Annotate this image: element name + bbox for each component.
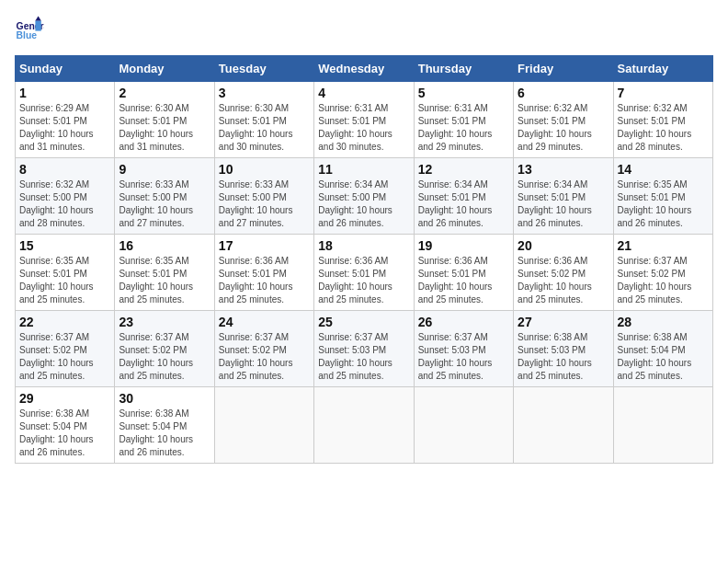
day-info: Sunrise: 6:35 AM Sunset: 5:01 PM Dayligh…: [119, 255, 210, 306]
header: General Blue: [15, 15, 713, 44]
day-info: Sunrise: 6:32 AM Sunset: 5:00 PM Dayligh…: [19, 178, 110, 230]
svg-marker-3: [35, 17, 40, 21]
day-number: 22: [19, 315, 110, 329]
day-number: 8: [19, 162, 110, 177]
page-container: General Blue SundayMondayTuesdayWednesda…: [15, 15, 713, 464]
svg-marker-2: [35, 20, 40, 30]
weekday-header-wednesday: Wednesday: [314, 56, 414, 82]
calendar-cell: 29 Sunrise: 6:38 AM Sunset: 5:04 PM Dayl…: [16, 387, 115, 464]
calendar-cell: 17 Sunrise: 6:36 AM Sunset: 5:01 PM Dayl…: [214, 235, 313, 311]
day-info: Sunrise: 6:38 AM Sunset: 5:04 PM Dayligh…: [19, 408, 110, 459]
day-number: 13: [518, 162, 609, 177]
day-info: Sunrise: 6:36 AM Sunset: 5:01 PM Dayligh…: [418, 255, 509, 306]
calendar-cell: 24 Sunrise: 6:37 AM Sunset: 5:02 PM Dayl…: [214, 311, 313, 387]
calendar-cell: 26 Sunrise: 6:37 AM Sunset: 5:03 PM Dayl…: [414, 311, 513, 387]
day-info: Sunrise: 6:38 AM Sunset: 5:04 PM Dayligh…: [618, 331, 709, 383]
day-info: Sunrise: 6:29 AM Sunset: 5:01 PM Dayligh…: [19, 102, 110, 154]
day-info: Sunrise: 6:37 AM Sunset: 5:02 PM Dayligh…: [119, 331, 210, 383]
day-number: 16: [119, 238, 210, 253]
day-info: Sunrise: 6:37 AM Sunset: 5:03 PM Dayligh…: [418, 331, 509, 383]
calendar-cell: 11 Sunrise: 6:34 AM Sunset: 5:00 PM Dayl…: [314, 158, 414, 235]
day-number: 12: [418, 162, 509, 177]
day-info: Sunrise: 6:34 AM Sunset: 5:01 PM Dayligh…: [518, 178, 609, 230]
calendar-cell: 13 Sunrise: 6:34 AM Sunset: 5:01 PM Dayl…: [514, 158, 613, 235]
calendar-cell: [613, 387, 712, 464]
day-number: 3: [219, 86, 310, 100]
calendar-cell: 7 Sunrise: 6:32 AM Sunset: 5:01 PM Dayli…: [613, 82, 712, 158]
day-info: Sunrise: 6:31 AM Sunset: 5:01 PM Dayligh…: [418, 102, 509, 154]
day-info: Sunrise: 6:38 AM Sunset: 5:04 PM Dayligh…: [119, 408, 210, 459]
logo: General Blue: [15, 15, 48, 44]
calendar-cell: 25 Sunrise: 6:37 AM Sunset: 5:03 PM Dayl…: [314, 311, 414, 387]
calendar-cell: 21 Sunrise: 6:37 AM Sunset: 5:02 PM Dayl…: [613, 235, 712, 311]
day-number: 21: [618, 238, 709, 253]
day-info: Sunrise: 6:32 AM Sunset: 5:01 PM Dayligh…: [618, 102, 709, 154]
calendar-cell: [214, 387, 313, 464]
day-info: Sunrise: 6:34 AM Sunset: 5:00 PM Dayligh…: [318, 178, 409, 230]
day-number: 24: [219, 315, 310, 329]
weekday-header-saturday: Saturday: [613, 56, 712, 82]
calendar-cell: 4 Sunrise: 6:31 AM Sunset: 5:01 PM Dayli…: [314, 82, 414, 158]
day-info: Sunrise: 6:35 AM Sunset: 5:01 PM Dayligh…: [618, 178, 709, 230]
day-number: 1: [19, 86, 110, 100]
day-number: 30: [119, 391, 210, 406]
weekday-header-row: SundayMondayTuesdayWednesdayThursdayFrid…: [16, 56, 713, 82]
day-info: Sunrise: 6:34 AM Sunset: 5:01 PM Dayligh…: [418, 178, 509, 230]
day-info: Sunrise: 6:36 AM Sunset: 5:02 PM Dayligh…: [518, 255, 609, 306]
day-number: 15: [19, 238, 110, 253]
weekday-header-thursday: Thursday: [414, 56, 513, 82]
calendar-cell: 6 Sunrise: 6:32 AM Sunset: 5:01 PM Dayli…: [514, 82, 613, 158]
calendar-cell: 8 Sunrise: 6:32 AM Sunset: 5:00 PM Dayli…: [16, 158, 115, 235]
logo-icon: General Blue: [15, 15, 44, 44]
day-number: 9: [119, 162, 210, 177]
day-info: Sunrise: 6:37 AM Sunset: 5:02 PM Dayligh…: [219, 331, 310, 383]
day-number: 27: [518, 315, 609, 329]
day-info: Sunrise: 6:37 AM Sunset: 5:02 PM Dayligh…: [618, 255, 709, 306]
day-info: Sunrise: 6:31 AM Sunset: 5:01 PM Dayligh…: [318, 102, 409, 154]
calendar-cell: 22 Sunrise: 6:37 AM Sunset: 5:02 PM Dayl…: [16, 311, 115, 387]
calendar-cell: 10 Sunrise: 6:33 AM Sunset: 5:00 PM Dayl…: [214, 158, 313, 235]
day-number: 23: [119, 315, 210, 329]
day-number: 29: [19, 391, 110, 406]
day-number: 14: [618, 162, 709, 177]
day-number: 17: [219, 238, 310, 253]
calendar-cell: 12 Sunrise: 6:34 AM Sunset: 5:01 PM Dayl…: [414, 158, 513, 235]
day-info: Sunrise: 6:30 AM Sunset: 5:01 PM Dayligh…: [219, 102, 310, 154]
day-number: 19: [418, 238, 509, 253]
calendar-cell: [414, 387, 513, 464]
day-number: 26: [418, 315, 509, 329]
day-info: Sunrise: 6:32 AM Sunset: 5:01 PM Dayligh…: [518, 102, 609, 154]
day-info: Sunrise: 6:36 AM Sunset: 5:01 PM Dayligh…: [219, 255, 310, 306]
day-number: 10: [219, 162, 310, 177]
day-info: Sunrise: 6:33 AM Sunset: 5:00 PM Dayligh…: [219, 178, 310, 230]
calendar-cell: 20 Sunrise: 6:36 AM Sunset: 5:02 PM Dayl…: [514, 235, 613, 311]
calendar-cell: 30 Sunrise: 6:38 AM Sunset: 5:04 PM Dayl…: [115, 387, 214, 464]
day-number: 7: [618, 86, 709, 100]
calendar-cell: 9 Sunrise: 6:33 AM Sunset: 5:00 PM Dayli…: [115, 158, 214, 235]
day-info: Sunrise: 6:30 AM Sunset: 5:01 PM Dayligh…: [119, 102, 210, 154]
week-row-5: 29 Sunrise: 6:38 AM Sunset: 5:04 PM Dayl…: [16, 387, 713, 464]
day-number: 4: [318, 86, 409, 100]
day-number: 18: [318, 238, 409, 253]
day-number: 25: [318, 315, 409, 329]
weekday-header-monday: Monday: [115, 56, 214, 82]
calendar-cell: 23 Sunrise: 6:37 AM Sunset: 5:02 PM Dayl…: [115, 311, 214, 387]
day-number: 28: [618, 315, 709, 329]
day-number: 6: [518, 86, 609, 100]
week-row-4: 22 Sunrise: 6:37 AM Sunset: 5:02 PM Dayl…: [16, 311, 713, 387]
svg-text:Blue: Blue: [17, 30, 38, 40]
calendar-cell: 2 Sunrise: 6:30 AM Sunset: 5:01 PM Dayli…: [115, 82, 214, 158]
weekday-header-tuesday: Tuesday: [214, 56, 313, 82]
calendar-cell: 3 Sunrise: 6:30 AM Sunset: 5:01 PM Dayli…: [214, 82, 313, 158]
calendar-cell: 14 Sunrise: 6:35 AM Sunset: 5:01 PM Dayl…: [613, 158, 712, 235]
calendar-cell: [314, 387, 414, 464]
day-number: 2: [119, 86, 210, 100]
calendar-cell: 5 Sunrise: 6:31 AM Sunset: 5:01 PM Dayli…: [414, 82, 513, 158]
day-info: Sunrise: 6:36 AM Sunset: 5:01 PM Dayligh…: [318, 255, 409, 306]
calendar-cell: 18 Sunrise: 6:36 AM Sunset: 5:01 PM Dayl…: [314, 235, 414, 311]
day-number: 11: [318, 162, 409, 177]
week-row-2: 8 Sunrise: 6:32 AM Sunset: 5:00 PM Dayli…: [16, 158, 713, 235]
calendar-cell: 1 Sunrise: 6:29 AM Sunset: 5:01 PM Dayli…: [16, 82, 115, 158]
calendar-cell: 19 Sunrise: 6:36 AM Sunset: 5:01 PM Dayl…: [414, 235, 513, 311]
calendar-cell: 15 Sunrise: 6:35 AM Sunset: 5:01 PM Dayl…: [16, 235, 115, 311]
